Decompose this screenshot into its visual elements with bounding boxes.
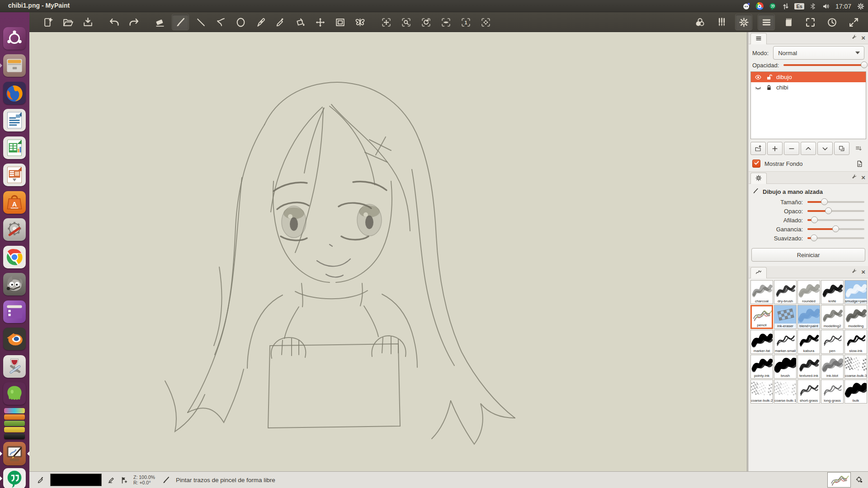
current-color-swatch[interactable] <box>50 474 102 486</box>
tool-pick-color[interactable] <box>272 14 288 30</box>
launcher-item-folded-app-2[interactable] <box>4 414 25 420</box>
brush-blend+paint[interactable]: blend+paint <box>797 305 820 329</box>
tool-file-save[interactable] <box>80 14 96 30</box>
eyedropper-icon[interactable] <box>36 475 46 485</box>
color-sampler-icon[interactable] <box>854 475 864 485</box>
launcher-item-libreoffice-writer[interactable] <box>3 109 26 131</box>
tool-symmetry[interactable] <box>352 14 368 30</box>
brush-knife[interactable]: knife <box>821 280 844 304</box>
tool-file-open[interactable] <box>60 14 76 30</box>
brush-coarse-bulk-2[interactable]: coarse-bulk-2 <box>750 380 773 404</box>
panel-close-icon[interactable]: × <box>861 35 865 41</box>
tool-ellipse[interactable] <box>232 14 249 30</box>
toolbar-fullscreen-button[interactable] <box>802 14 818 30</box>
toolbar-expand-view-button[interactable] <box>845 14 862 30</box>
brush-slider-3[interactable] <box>807 225 864 233</box>
brush-slider-0[interactable] <box>807 198 864 206</box>
volume-icon[interactable] <box>821 2 830 11</box>
launcher-item-folded-app-5[interactable] <box>4 433 25 439</box>
panel-close-icon[interactable]: × <box>861 269 865 275</box>
brush-preview-thumbnail[interactable] <box>827 472 851 488</box>
brush-modelling2[interactable]: modelling2 <box>821 305 844 329</box>
bluetooth-icon[interactable] <box>808 2 817 11</box>
panel-splitter[interactable] <box>747 32 749 471</box>
bookmark-icon[interactable] <box>119 475 129 485</box>
toolbar-brush-collections-button[interactable] <box>713 14 730 30</box>
launcher-item-libreoffice-calc[interactable] <box>3 136 26 159</box>
raise-layer-button[interactable] <box>801 142 816 155</box>
launcher-item-files[interactable] <box>3 54 26 77</box>
brush-ink-eraser[interactable]: ink-eraser <box>774 305 797 329</box>
toolbar-tool-options-button[interactable] <box>735 14 752 30</box>
new-layer-group-button[interactable] <box>750 142 766 155</box>
hangouts-icon[interactable] <box>768 2 777 11</box>
clock-menu[interactable]: 17:07 <box>835 3 851 10</box>
eye-open-icon[interactable] <box>755 74 762 81</box>
brush-slow-ink[interactable]: slow-ink <box>844 330 867 354</box>
toolbar-recent-clock-button[interactable] <box>824 14 840 30</box>
merge-layer-down-button[interactable] <box>851 142 866 155</box>
launcher-item-folded-app-1[interactable] <box>4 408 25 413</box>
tool-fit-view[interactable] <box>477 14 494 30</box>
panel-config-icon[interactable] <box>851 268 858 276</box>
launcher-item-software-center[interactable]: A <box>3 191 26 214</box>
launcher-item-folded-app-3[interactable] <box>4 421 25 426</box>
tool-straight-line[interactable] <box>193 14 209 30</box>
toolbar-color-sampler-button[interactable] <box>692 14 708 30</box>
launcher-item-terminal[interactable] <box>3 300 26 323</box>
panel-config-icon[interactable] <box>851 34 858 42</box>
tool-rotate-view[interactable] <box>418 14 434 30</box>
remove-layer-button[interactable] <box>784 142 799 155</box>
tool-eraser[interactable] <box>152 14 168 30</box>
brush-slider-2[interactable] <box>807 216 864 224</box>
launcher-item-ubuntu-dash[interactable] <box>3 27 26 50</box>
discord-icon[interactable] <box>742 2 751 11</box>
toolbar-main-menu-button[interactable] <box>758 14 775 30</box>
brush-short-grass[interactable]: short-grass <box>797 380 820 404</box>
brush-rounded[interactable]: rounded <box>797 280 820 304</box>
tool-edit-frame[interactable] <box>332 14 348 30</box>
brush-brush[interactable]: brush <box>774 355 797 379</box>
network-arrows-icon[interactable] <box>781 2 790 11</box>
layer-row-chibi[interactable]: chibi <box>751 82 866 93</box>
lock-open-icon[interactable] <box>765 74 773 81</box>
tool-move-layer[interactable] <box>312 14 328 30</box>
drawing-canvas[interactable] <box>29 32 747 471</box>
lock-closed-icon[interactable] <box>765 84 773 91</box>
brush-textured-ink[interactable]: textured-ink <box>797 355 820 379</box>
layer-row-dibujo[interactable]: dibujo <box>751 72 866 82</box>
brush-kabura[interactable]: kabura <box>797 330 820 354</box>
brush-palette-tab[interactable] <box>750 267 767 278</box>
tool-pan-view[interactable] <box>378 14 394 30</box>
tool-zoom-view[interactable] <box>398 14 414 30</box>
tool-redo[interactable] <box>126 14 142 30</box>
lower-layer-button[interactable] <box>817 142 833 155</box>
brush-bulk[interactable]: bulk <box>844 380 867 404</box>
brush-modelling[interactable]: modelling <box>844 305 867 329</box>
tool-file-new[interactable] <box>40 14 56 30</box>
chrome-tray-icon[interactable] <box>755 2 764 11</box>
session-gear-icon[interactable] <box>856 2 865 11</box>
brush-pointy-ink[interactable]: pointy-ink <box>750 355 773 379</box>
launcher-item-gimp[interactable] <box>3 273 26 296</box>
layer-mode-dropdown[interactable]: Normal <box>773 46 864 60</box>
reset-button[interactable]: Reiniciar <box>751 248 865 262</box>
panel-close-icon[interactable]: × <box>861 174 865 181</box>
eye-closed-icon[interactable] <box>755 84 762 91</box>
brush-pencil[interactable]: pencil <box>750 305 773 329</box>
brush-coarse-bulk-3[interactable]: coarse-bulk-3 <box>844 355 867 379</box>
launcher-item-blender[interactable] <box>3 328 26 350</box>
launcher-item-firefox[interactable] <box>3 82 26 104</box>
tool-freehand-brush[interactable] <box>172 14 189 30</box>
tool-inking-pen[interactable] <box>252 14 269 30</box>
brush-slider-4[interactable] <box>807 235 864 242</box>
layers-tab[interactable] <box>750 33 767 44</box>
launcher-item-mypaint[interactable] <box>3 442 26 465</box>
launcher-item-chrome[interactable] <box>3 246 26 268</box>
brush-smudge+paint[interactable]: smudge+paint <box>844 280 867 304</box>
brush-charcoal[interactable]: charcoal <box>750 280 773 304</box>
brush-dry-brush[interactable]: dry-brush <box>774 280 797 304</box>
show-background-checkbox[interactable] <box>752 160 760 168</box>
tool-options-tab[interactable] <box>750 173 767 184</box>
panel-config-icon[interactable] <box>851 174 858 181</box>
